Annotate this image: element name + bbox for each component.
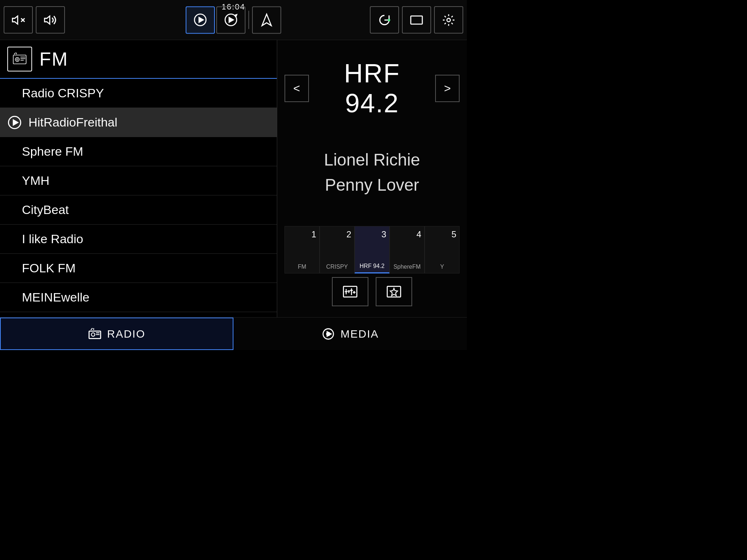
sync-icon [378, 13, 391, 27]
preset-number: 4 [417, 229, 421, 240]
song-title: Penny Lover [324, 172, 420, 198]
station-item[interactable]: HitRadioFreithal [0, 108, 277, 137]
play-mode-icon [193, 13, 207, 27]
screen-button[interactable] [402, 6, 431, 34]
fm-icon [7, 47, 32, 71]
station-name: Sphere FM [22, 144, 83, 159]
preset-bar: 1FM2CRISPY3HRF 94.24SphereFM5Y [285, 226, 460, 273]
preset-label: CRISPY [322, 264, 353, 270]
main-content: FM Radio CRISPYHitRadioFreithalSphere FM… [0, 40, 467, 317]
bottom-bar: RADIO MEDIA [0, 317, 467, 350]
navigate-button[interactable] [252, 6, 281, 34]
settings-button[interactable] [434, 6, 463, 34]
play-mode-button[interactable] [186, 6, 215, 34]
artist-name: Lionel Richie [324, 147, 420, 172]
station-name: HitRadioFreithal [28, 115, 117, 129]
now-playing-info: Lionel Richie Penny Lover [324, 147, 420, 198]
settings-icon [442, 13, 456, 27]
preset-item[interactable]: 1FM [285, 226, 320, 273]
volume-icon [43, 13, 57, 27]
preset-label: FM [287, 264, 318, 270]
top-center-nav [186, 6, 281, 34]
favorites-button[interactable] [376, 277, 412, 306]
fm-radio-icon [12, 51, 28, 67]
station-item[interactable]: Sound of Love [0, 312, 277, 317]
station-name: YMH [22, 174, 50, 188]
station-item[interactable]: I like Radio [0, 225, 277, 254]
right-panel: < HRF 94.2 > Lionel Richie Penny Lover 1… [277, 40, 467, 317]
screen-icon [410, 13, 423, 27]
mute-icon [11, 13, 25, 27]
preset-item[interactable]: 5Y [425, 226, 460, 273]
station-item[interactable]: Sphere FM [0, 137, 277, 166]
svg-marker-8 [262, 14, 271, 26]
preset-number: 3 [382, 229, 386, 240]
station-item[interactable]: CityBeat [0, 195, 277, 225]
svg-line-18 [14, 52, 16, 54]
top-left-buttons [4, 6, 65, 34]
preset-number: 5 [452, 229, 456, 240]
radio-tab-label: RADIO [107, 328, 145, 340]
equalizer-button[interactable] [332, 277, 368, 306]
svg-marker-21 [13, 120, 18, 125]
svg-point-11 [447, 18, 450, 22]
station-item[interactable]: Radio CRISPY [0, 79, 277, 108]
preset-item[interactable]: 4SphereFM [390, 226, 425, 273]
sync-button[interactable] [370, 6, 399, 34]
station-item[interactable]: FOLK FM [0, 254, 277, 283]
station-item[interactable]: MEINEwelle [0, 283, 277, 312]
station-item[interactable]: YMH [0, 166, 277, 195]
station-name: MEINEwelle [22, 290, 89, 304]
nav-play-icon [224, 13, 238, 27]
left-panel: FM Radio CRISPYHitRadioFreithalSphere FM… [0, 40, 277, 317]
current-station-name: HRF 94.2 [320, 58, 424, 118]
preset-item[interactable]: 3HRF 94.2 [355, 226, 390, 273]
svg-line-37 [91, 328, 93, 330]
preset-number: 1 [311, 229, 316, 240]
svg-marker-3 [44, 16, 50, 24]
top-right-buttons [370, 6, 463, 34]
mute-button[interactable] [4, 6, 33, 34]
navigate-icon [260, 13, 274, 27]
nav-divider [248, 11, 249, 29]
svg-marker-41 [327, 331, 331, 336]
preset-number: 2 [347, 229, 351, 240]
radio-tab[interactable]: RADIO [0, 318, 233, 350]
top-bar: 16:04 [0, 0, 467, 40]
next-station-button[interactable]: > [435, 75, 460, 102]
playing-icon [7, 115, 22, 130]
nav-play-button[interactable] [216, 6, 245, 34]
right-bottom-actions [332, 277, 412, 306]
media-tab-label: MEDIA [340, 328, 379, 340]
favorites-icon [386, 284, 402, 300]
station-nav: < HRF 94.2 > [285, 58, 460, 118]
svg-marker-5 [199, 18, 203, 22]
svg-marker-32 [390, 288, 398, 296]
station-name: CityBeat [22, 203, 69, 217]
preset-label: SphereFM [392, 264, 423, 270]
equalizer-icon [342, 284, 358, 300]
station-list: Radio CRISPYHitRadioFreithalSphere FMYMH… [0, 79, 277, 317]
preset-item[interactable]: 2CRISPY [320, 226, 355, 273]
station-name: Radio CRISPY [22, 86, 104, 100]
fm-header: FM [0, 40, 277, 79]
media-tab[interactable]: MEDIA [233, 318, 467, 350]
preset-label: Y [427, 264, 458, 270]
station-name: FOLK FM [22, 261, 76, 275]
station-name: I like Radio [22, 232, 83, 246]
svg-point-13 [15, 58, 19, 62]
preset-label: HRF 94.2 [357, 263, 388, 269]
svg-point-14 [16, 59, 18, 60]
volume-button[interactable] [36, 6, 65, 34]
svg-rect-10 [411, 16, 422, 24]
fm-title: FM [39, 48, 68, 70]
svg-marker-7 [229, 18, 233, 22]
radio-tab-icon [88, 327, 102, 341]
svg-marker-0 [12, 16, 18, 24]
prev-station-button[interactable]: < [285, 75, 309, 102]
svg-point-34 [92, 332, 95, 336]
media-tab-icon [321, 327, 335, 341]
svg-point-9 [388, 19, 390, 21]
